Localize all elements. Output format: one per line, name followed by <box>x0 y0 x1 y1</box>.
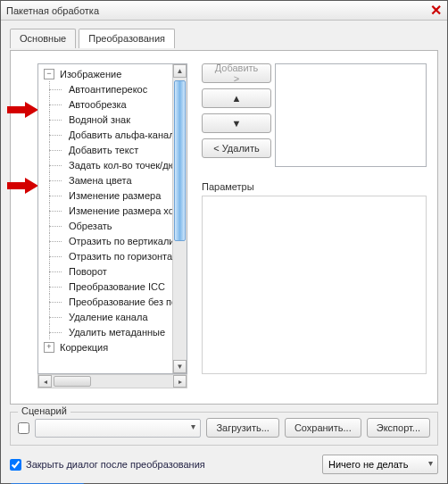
tree-item-label: Отразить по вертикали <box>67 236 176 246</box>
transform-tree[interactable]: − Изображение АвтоантиперекосАвтообрезка… <box>37 63 187 374</box>
tree-item-label: Изменение размера холста <box>67 205 187 216</box>
post-action-combo[interactable]: Ничего не делать <box>322 455 438 474</box>
annotation-arrow-resize <box>7 177 39 195</box>
scenario-group: Сценарий Загрузить... Сохранить... Экспо… <box>10 412 438 446</box>
tree-group-correction-label: Коррекция <box>58 342 110 353</box>
tree-item[interactable]: Изменение размера <box>44 188 187 203</box>
tree-item[interactable]: Изменение размера холста <box>44 203 187 218</box>
collapse-icon[interactable]: − <box>44 69 54 79</box>
tree-item[interactable]: Преобразование ICC <box>44 279 187 294</box>
save-button[interactable]: Сохранить... <box>285 418 361 438</box>
move-down-button[interactable]: ▼ <box>202 113 271 133</box>
tree-item[interactable]: Отразить по горизонтали <box>44 248 187 263</box>
tree-item-label: Водяной знак <box>67 114 132 125</box>
parameters-label: Параметры <box>202 181 254 192</box>
tree-group-correction[interactable]: + Коррекция <box>44 339 187 355</box>
tree-item[interactable]: Удалить метаданные <box>44 324 187 339</box>
expand-icon[interactable]: + <box>44 342 54 353</box>
tree-item-label: Изменение размера <box>67 190 162 201</box>
annotation-arrow-watermark <box>7 101 39 119</box>
tree-item[interactable]: Обрезать <box>44 218 187 233</box>
tree-item-label: Автоантиперекос <box>67 84 149 95</box>
options-row: Закрыть диалог после преобразования Ниче… <box>10 455 438 474</box>
tree-item[interactable]: Добавить альфа-канал <box>44 127 187 142</box>
tree-item[interactable]: Отразить по вертикали <box>44 233 187 248</box>
tree-vertical-scrollbar[interactable]: ▲ ▼ <box>172 64 187 373</box>
tree-item[interactable]: Автоантиперекос <box>44 81 187 96</box>
scroll-down-icon[interactable]: ▼ <box>173 360 187 373</box>
delete-button[interactable]: < Удалить <box>202 138 271 158</box>
tree-item[interactable]: Задать кол-во точек/дюйм <box>44 157 187 172</box>
tree-item-label: Отразить по горизонтали <box>67 251 186 262</box>
tree-item-label: Обрезать <box>67 221 114 231</box>
scenario-checkbox[interactable] <box>18 422 29 434</box>
add-button[interactable]: Добавить > <box>202 63 271 83</box>
parameters-panel <box>202 196 427 374</box>
scenario-combo[interactable] <box>35 419 201 438</box>
window-title: Пакетная обработка <box>6 5 99 16</box>
scroll-thumb[interactable] <box>174 80 186 241</box>
close-icon[interactable]: ✕ <box>430 2 442 19</box>
post-action-value: Ничего не делать <box>328 459 408 470</box>
scenario-legend: Сценарий <box>18 405 71 416</box>
tree-item[interactable]: Добавить текст <box>44 142 187 157</box>
tree-item-label: Поворот <box>67 266 109 277</box>
tree-item-label: Задать кол-во точек/дюйм <box>67 160 187 171</box>
tab-body-transforms: − Изображение АвтоантиперекосАвтообрезка… <box>10 51 438 405</box>
tree-item-label: Добавить текст <box>67 145 140 155</box>
tab-basic[interactable]: Основные <box>10 29 76 48</box>
tree-content: − Изображение АвтоантиперекосАвтообрезка… <box>38 64 187 373</box>
scroll-right-icon[interactable]: ▸ <box>173 375 187 388</box>
tab-transforms[interactable]: Преобразования <box>79 29 175 48</box>
tree-item[interactable]: Замена цвета <box>44 172 187 188</box>
batch-dialog: Пакетная обработка ✕ Основные Преобразов… <box>0 0 448 484</box>
tree-item-label: Автообрезка <box>67 99 129 110</box>
tree-item[interactable]: Автообрезка <box>44 96 187 112</box>
tree-item[interactable]: Удаление канала <box>44 309 187 324</box>
tree-horizontal-scrollbar[interactable]: ◂ ▸ <box>37 374 187 388</box>
tree-item[interactable]: Поворот <box>44 263 187 279</box>
selected-transforms-list[interactable] <box>275 63 427 167</box>
titlebar: Пакетная обработка ✕ <box>1 1 447 21</box>
tree-item-label: Преобразование ICC <box>67 281 167 292</box>
scroll-up-icon[interactable]: ▲ <box>173 64 187 78</box>
tree-item[interactable]: Преобразование без потерь <box>44 294 187 309</box>
move-up-button[interactable]: ▲ <box>202 88 271 108</box>
tabs: Основные Преобразования <box>10 28 438 51</box>
tree-item[interactable]: Водяной знак <box>44 112 187 127</box>
tree-item-label: Добавить альфа-канал <box>67 129 177 140</box>
tree-item-label: Удалить метаданные <box>67 327 167 338</box>
svg-marker-1 <box>7 178 38 194</box>
tree-item-label: Удаление канала <box>67 312 150 322</box>
tree-item-label: Преобразование без потерь <box>67 296 187 307</box>
scroll-left-icon[interactable]: ◂ <box>38 375 52 388</box>
close-after-checkbox-label[interactable]: Закрыть диалог после преобразования <box>10 459 205 471</box>
close-after-checkbox[interactable] <box>10 459 21 471</box>
tree-item-label: Замена цвета <box>67 175 134 186</box>
tree-group-image[interactable]: − Изображение <box>44 66 187 81</box>
scroll-hthumb[interactable] <box>54 376 91 387</box>
load-button[interactable]: Загрузить... <box>206 418 278 438</box>
close-after-text: Закрыть диалог после преобразования <box>26 459 205 470</box>
export-button[interactable]: Экспорт... <box>367 418 430 438</box>
tree-group-image-label: Изображение <box>58 69 123 79</box>
svg-marker-0 <box>7 102 38 118</box>
